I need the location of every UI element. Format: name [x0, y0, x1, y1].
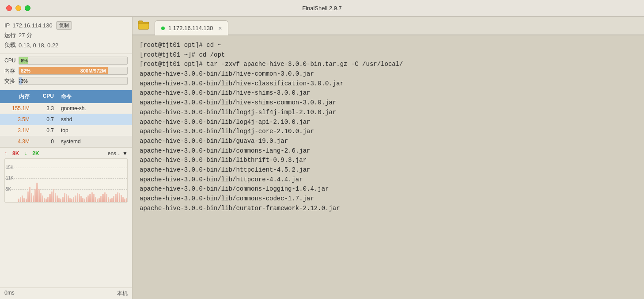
- minimize-button[interactable]: [15, 5, 21, 11]
- chart-bar: [51, 192, 53, 203]
- chart-bar: [42, 196, 43, 202]
- connection-type: 本机: [117, 290, 128, 297]
- chart-bar: [62, 197, 63, 202]
- runtime-label: 运行: [4, 31, 16, 39]
- chart-bar: [53, 189, 54, 202]
- chart-bar: [80, 196, 82, 202]
- down-arrow-icon: ↓: [24, 150, 27, 157]
- mem-percent: 82%: [21, 68, 30, 73]
- network-section: ↑ 8K ↓ 2K ens... ▼ 15K 11K 5K: [0, 147, 132, 206]
- chart-bar: [36, 183, 38, 202]
- swap-bar: 3% 64M/2G: [19, 77, 22, 84]
- network-header: ↑ 8K ↓ 2K ens... ▼: [4, 150, 128, 157]
- terminal-line: apache-hive-3.0.0-bin/lib/log4j-core-2.1…: [140, 127, 637, 137]
- terminal-content[interactable]: [root@tjt01 opt]# cd ~[root@tjt01 ~]# cd…: [133, 35, 644, 299]
- chart-bar: [75, 196, 76, 202]
- process-rows: 155.1M 3.3 gnome-sh. 3.5M 0.7 sshd 3.1M …: [0, 103, 132, 147]
- chart-bar: [102, 194, 103, 202]
- header-mem: 内存: [0, 92, 33, 101]
- chart-bar: [104, 192, 106, 202]
- resource-stats: CPU 8% 内存 82% 800M/972M 交换: [0, 54, 132, 90]
- chart-bar: [20, 197, 21, 202]
- mem-detail: 800M/972M: [80, 68, 106, 73]
- chart-bar: [44, 198, 45, 202]
- cpu-percent: 8%: [21, 58, 28, 63]
- cpu-stat-row: CPU 8%: [4, 57, 128, 65]
- app-title: FinalShell 2.9.7: [302, 5, 342, 12]
- tab-ip: 172.16.114.130: [173, 25, 213, 31]
- chart-bar: [60, 199, 61, 202]
- cpu-label: CPU: [4, 58, 19, 64]
- net-dropdown-icon[interactable]: ▼: [122, 150, 128, 157]
- chart-bar: [55, 193, 56, 202]
- chart-bar: [71, 199, 72, 202]
- chart-bar: [97, 199, 98, 202]
- chart-y-label-15k: 15K: [6, 165, 14, 170]
- terminal-line: apache-hive-3.0.0-bin/lib/log4j-slf4j-im…: [140, 108, 637, 118]
- proc-cpu: 0: [33, 138, 57, 146]
- net-up-value: 8K: [12, 150, 19, 157]
- proc-cpu: 3.3: [33, 104, 57, 112]
- tab-bar: 1 172.16.114.130 ×: [133, 17, 644, 35]
- chart-bar: [26, 199, 27, 202]
- chart-bar: [126, 198, 127, 202]
- chart-bar: [33, 196, 34, 202]
- chart-bar: [91, 192, 93, 202]
- chart-bar: [119, 193, 120, 202]
- mem-bar-container: 82% 800M/972M: [19, 67, 128, 75]
- load-label: 负载: [4, 41, 16, 49]
- load-value: 0.13, 0.18, 0.22: [19, 42, 58, 49]
- chart-bar: [73, 197, 74, 202]
- swap-percent: 3%: [21, 78, 28, 84]
- chart-y-label-5k: 5K: [6, 187, 11, 192]
- chart-bar: [45, 199, 47, 202]
- folder-icon: [138, 20, 149, 30]
- proc-cmd: systemd: [57, 138, 132, 146]
- maximize-button[interactable]: [25, 5, 30, 11]
- swap-label: 交换: [4, 77, 19, 85]
- connection-info: IP 172.16.114.130 复制 运行 27 分 负载 0.13, 0.…: [0, 17, 132, 54]
- chart-bar: [68, 196, 69, 202]
- chart-bar: [121, 195, 122, 202]
- chart-bar: [34, 189, 36, 202]
- chart-bar: [95, 197, 96, 202]
- proc-mem: 4.3M: [0, 138, 33, 146]
- terminal-line: apache-hive-3.0.0-bin/lib/log4j-api-2.10…: [140, 118, 637, 127]
- cpu-bar: 8%: [19, 57, 28, 64]
- folder-button[interactable]: [136, 19, 151, 31]
- net-interface: ens... ▼: [108, 150, 128, 157]
- titlebar: FinalShell 2.9.7: [0, 0, 644, 17]
- terminal-line: [root@tjt01 ~]# cd /opt: [140, 50, 637, 60]
- sidebar-bottom: 0ms 本机: [0, 288, 132, 299]
- proc-mem: 3.1M: [0, 126, 33, 134]
- cpu-bar-container: 8%: [19, 57, 128, 65]
- terminal-line: apache-hive-3.0.0-bin/lib/commons-codec-…: [140, 194, 637, 204]
- terminal-tab[interactable]: 1 172.16.114.130 ×: [155, 20, 228, 35]
- chart-bar: [110, 199, 111, 202]
- proc-cpu: 0.7: [33, 115, 57, 123]
- chart-bar: [58, 198, 60, 202]
- mem-label: 内存: [4, 67, 19, 75]
- terminal-line: apache-hive-3.0.0-bin/lib/hive-shims-com…: [140, 98, 637, 108]
- chart-bar: [77, 193, 78, 202]
- chart-bar: [38, 189, 40, 202]
- tab-close-button[interactable]: ×: [218, 25, 222, 31]
- chart-bar: [57, 196, 58, 202]
- net-interface-label: ens...: [108, 150, 121, 157]
- chart-bar: [124, 199, 125, 202]
- process-table-header: 内存 CPU 命令: [0, 90, 132, 103]
- chart-bar: [79, 194, 80, 202]
- chart-bar: [49, 194, 50, 202]
- swap-stat-row: 交换 3% 64M/2G: [4, 77, 128, 85]
- process-row: 155.1M 3.3 gnome-sh.: [0, 103, 132, 114]
- chart-bar: [82, 198, 83, 202]
- chart-bar: [122, 197, 124, 202]
- copy-button[interactable]: 复制: [56, 21, 72, 30]
- chart-bar: [111, 198, 113, 202]
- chart-bar: [23, 198, 25, 202]
- close-button[interactable]: [6, 5, 12, 11]
- up-arrow-icon: ↑: [4, 150, 7, 157]
- terminal-line: [root@tjt01 opt]# cd ~: [140, 41, 637, 50]
- header-cmd: 命令: [57, 92, 132, 101]
- net-down-value: 2K: [32, 150, 39, 157]
